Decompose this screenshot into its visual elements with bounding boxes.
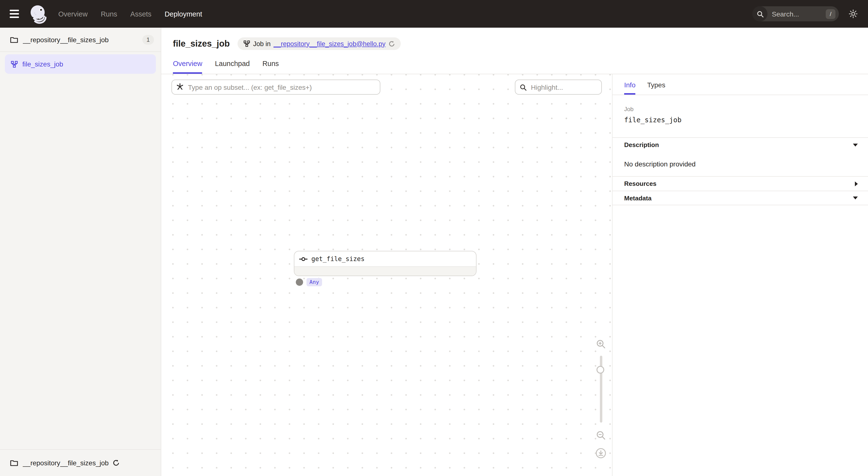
chevron-down-icon <box>853 197 858 199</box>
nav-item-runs[interactable]: Runs <box>101 10 117 18</box>
tab-launchpad[interactable]: Launchpad <box>215 60 250 74</box>
description-empty-text: No description provided <box>613 152 868 176</box>
page-header: file_sizes_job Job in __repository__file… <box>161 28 868 50</box>
chevron-right-icon <box>855 181 858 186</box>
zoom-slider-knob[interactable] <box>596 366 604 374</box>
search-icon <box>752 6 768 21</box>
op-graph-canvas[interactable]: get_file_sizes Any <box>161 74 612 476</box>
settings-button[interactable] <box>848 9 858 19</box>
section-resources-title: Resources <box>624 180 656 187</box>
nav-item-assets[interactable]: Assets <box>130 10 152 18</box>
sidebar-job-list: file_sizes_job <box>0 52 161 449</box>
job-count-badge: 1 <box>142 35 154 44</box>
tab-types[interactable]: Types <box>647 81 665 95</box>
op-subset-input[interactable] <box>187 83 375 92</box>
gear-icon <box>848 9 858 19</box>
recenter-graph-icon[interactable] <box>595 448 606 458</box>
zoom-out-icon[interactable] <box>596 431 606 440</box>
op-node-config-strip <box>294 267 476 276</box>
job-origin-tag: Job in __repository__file_sizes_job@hell… <box>238 37 401 50</box>
op-output-handle[interactable] <box>296 278 303 286</box>
reload-job-icon[interactable] <box>388 40 395 47</box>
job-label: Job <box>624 106 856 112</box>
chevron-down-icon <box>853 143 858 146</box>
nav-links: Overview Runs Assets Deployment <box>58 10 202 18</box>
footer-repo-name: __repository__file_sizes_job <box>23 459 108 467</box>
folder-icon <box>10 36 18 43</box>
job-tag-prefix: Job in <box>253 40 271 47</box>
reload-repo-icon[interactable] <box>113 460 119 466</box>
sidebar-repo-name: __repository__file_sizes_job <box>23 36 142 43</box>
tab-overview[interactable]: Overview <box>173 60 202 74</box>
search-shortcut-key: / <box>826 9 835 19</box>
tab-info[interactable]: Info <box>624 81 636 95</box>
zoom-in-icon[interactable] <box>596 339 606 349</box>
section-metadata-title: Metadata <box>624 194 652 202</box>
section-metadata[interactable]: Metadata <box>613 191 868 205</box>
job-graph-icon <box>243 40 250 47</box>
sidebar-footer: __repository__file_sizes_job <box>0 449 161 476</box>
top-nav: Overview Runs Assets Deployment Search..… <box>0 0 868 28</box>
job-info-block: Job file_sizes_job <box>613 95 868 137</box>
search-icon <box>520 84 527 91</box>
op-node-get-file-sizes[interactable]: get_file_sizes <box>294 251 476 276</box>
zoom-controls <box>593 339 609 458</box>
sidebar-item-file-sizes-job[interactable]: file_sizes_job <box>5 54 156 74</box>
tab-runs[interactable]: Runs <box>262 60 279 74</box>
zoom-slider[interactable] <box>600 356 602 422</box>
section-description[interactable]: Description <box>613 137 868 152</box>
op-output-type-badge[interactable]: Any <box>307 278 322 286</box>
global-search-button[interactable]: Search... / <box>752 6 839 21</box>
hamburger-menu-icon[interactable] <box>0 0 28 28</box>
job-name: file_sizes_job <box>624 116 856 124</box>
section-description-title: Description <box>624 141 659 148</box>
main-content: file_sizes_job Job in __repository__file… <box>161 28 868 476</box>
info-panel: Info Types Job file_sizes_job Descriptio… <box>612 74 868 476</box>
search-placeholder: Search... <box>772 10 826 18</box>
sidebar-repo-header[interactable]: __repository__file_sizes_job 1 <box>0 28 161 52</box>
sidebar-item-label: file_sizes_job <box>22 60 63 68</box>
section-resources[interactable]: Resources <box>613 176 868 191</box>
job-repo-link[interactable]: __repository__file_sizes_job@hello.py <box>274 40 385 47</box>
op-icon <box>299 257 307 261</box>
op-selector-icon <box>176 83 184 91</box>
highlight-filter <box>515 79 602 95</box>
folder-icon <box>10 460 18 466</box>
dagster-app: Overview Runs Assets Deployment Search..… <box>0 0 868 476</box>
sidebar: __repository__file_sizes_job 1 file_size… <box>0 28 161 476</box>
panel-tabs: Info Types <box>613 74 868 95</box>
nav-item-overview[interactable]: Overview <box>58 10 88 18</box>
dagster-logo-icon[interactable] <box>28 4 48 24</box>
page-title: file_sizes_job <box>173 39 230 49</box>
job-tabs: Overview Launchpad Runs <box>161 50 868 74</box>
op-subset-filter <box>172 79 380 95</box>
highlight-input[interactable] <box>530 83 597 92</box>
op-node-name: get_file_sizes <box>311 255 365 263</box>
nav-item-deployment[interactable]: Deployment <box>165 10 202 18</box>
job-graph-icon <box>11 60 18 68</box>
